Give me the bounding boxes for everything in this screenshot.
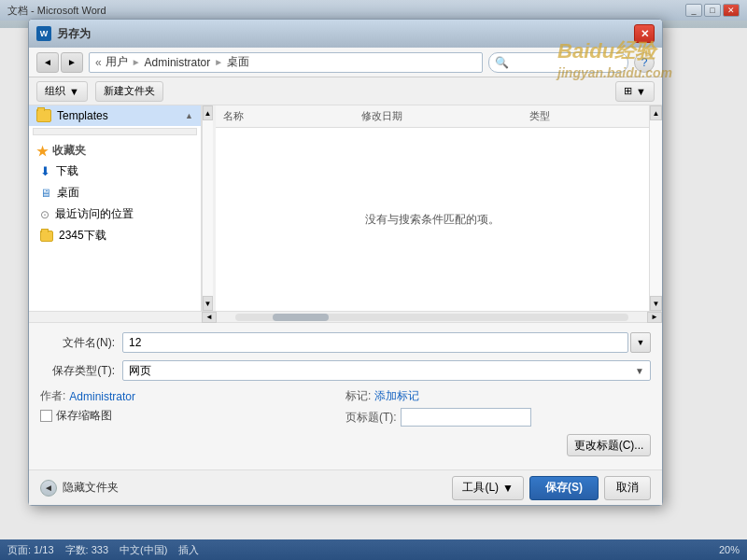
filename-dropdown-btn[interactable]: ▼ bbox=[630, 332, 651, 353]
page-title-item: 页标题(T): bbox=[345, 408, 651, 427]
thumbnail-checkbox[interactable] bbox=[40, 410, 52, 422]
path-part-2: Administrator bbox=[145, 56, 211, 69]
hide-panel-label: 隐藏文件夹 bbox=[63, 480, 119, 496]
view-arrow: ▼ bbox=[636, 86, 646, 97]
page-title-input[interactable] bbox=[401, 408, 531, 427]
filetype-select[interactable]: 网页 ▼ bbox=[122, 360, 651, 381]
meta-row: 作者: Administrator 保存缩略图 标记: 添加标记 页标题(T): bbox=[40, 388, 651, 456]
hide-panel-button[interactable]: ◄ 隐藏文件夹 bbox=[40, 480, 119, 497]
status-zoom: 20% bbox=[719, 544, 740, 555]
right-panel: 名称 修改日期 类型 没有与搜索条件匹配的项。 bbox=[216, 105, 649, 311]
horizontal-scrollbar[interactable]: ◄ ► bbox=[29, 311, 662, 322]
dialog-toolbar: 组织 ▼ 新建文件夹 ⊞ ▼ bbox=[29, 77, 662, 105]
address-path[interactable]: « 用户 ► Administrator ► 桌面 bbox=[89, 52, 483, 73]
fav-desktop-label: 桌面 bbox=[57, 185, 79, 201]
view-icon: ⊞ bbox=[624, 85, 632, 97]
star-icon: ★ bbox=[36, 144, 49, 159]
dialog-close-btn[interactable]: ✕ bbox=[634, 24, 655, 43]
help-button[interactable]: ? bbox=[634, 52, 655, 73]
search-box[interactable]: 🔍 bbox=[488, 52, 628, 73]
scroll-down-button[interactable]: ▼ bbox=[203, 296, 213, 311]
filetype-value: 网页 bbox=[129, 363, 151, 379]
dialog-title: 另存为 bbox=[57, 26, 91, 42]
word-maximize-btn[interactable]: □ bbox=[704, 4, 721, 17]
organize-label: 组织 bbox=[45, 84, 65, 98]
right-panel-container: 名称 修改日期 类型 没有与搜索条件匹配的项。 ▲ ▼ bbox=[216, 105, 662, 311]
filename-row: 文件名(N): ▼ bbox=[40, 332, 651, 353]
meta-right: 标记: 添加标记 页标题(T): 更改标题(C)... bbox=[345, 388, 651, 456]
toolbar-right: ⊞ ▼ bbox=[615, 81, 655, 102]
desktop-icon: 🖥 bbox=[40, 187, 51, 200]
nav-buttons: ◄ ► bbox=[36, 52, 83, 73]
fav-item-desktop[interactable]: 🖥 桌面 bbox=[36, 182, 193, 203]
word-icon: W bbox=[36, 26, 51, 41]
scroll-indicator[interactable] bbox=[33, 128, 197, 135]
fav-recent-label: 最近访问的位置 bbox=[55, 206, 134, 222]
favorites-label: 收藏夹 bbox=[52, 143, 86, 159]
save-as-dialog: W 另存为 ✕ ◄ ► « 用户 ► Administrator ► 桌面 🔍 … bbox=[28, 19, 663, 506]
h-scroll-right[interactable]: ► bbox=[647, 312, 662, 323]
thumbnail-row: 保存缩略图 bbox=[40, 408, 345, 424]
h-scroll-left[interactable]: ◄ bbox=[202, 312, 217, 323]
organize-button[interactable]: 组织 ▼ bbox=[36, 81, 88, 102]
tools-button[interactable]: 工具(L) ▼ bbox=[452, 476, 524, 500]
path-part-1: 用户 bbox=[106, 54, 128, 70]
left-scrollbar[interactable]: ▲ ▼ bbox=[202, 105, 213, 311]
forward-button[interactable]: ► bbox=[61, 52, 83, 73]
dialog-titlebar: W 另存为 ✕ bbox=[29, 20, 662, 48]
search-input[interactable] bbox=[513, 57, 597, 68]
change-title-button[interactable]: 更改标题(C)... bbox=[567, 434, 651, 456]
path-sep-2: ► bbox=[214, 57, 223, 67]
favorites-section: ★ 收藏夹 ⬇ 下载 🖥 桌面 ⊙ 最近访问的位置 bbox=[29, 137, 201, 250]
author-value[interactable]: Administrator bbox=[69, 390, 135, 403]
col-type-header: 类型 bbox=[529, 109, 641, 123]
right-scroll-down[interactable]: ▼ bbox=[650, 296, 662, 311]
view-button[interactable]: ⊞ ▼ bbox=[615, 81, 655, 102]
author-label: 作者: bbox=[40, 388, 65, 404]
page-title-label: 页标题(T): bbox=[345, 410, 397, 426]
h-scroll-track[interactable] bbox=[235, 314, 628, 321]
fav-item-recent[interactable]: ⊙ 最近访问的位置 bbox=[36, 203, 193, 225]
folder-icon-templates bbox=[36, 109, 51, 122]
filename-input[interactable] bbox=[122, 332, 628, 353]
folder-label-templates: Templates bbox=[57, 109, 108, 122]
cancel-button[interactable]: 取消 bbox=[604, 476, 651, 500]
filename-label: 文件名(N): bbox=[40, 335, 115, 351]
thumbnail-label: 保存缩略图 bbox=[56, 408, 112, 424]
bottom-right-buttons: 工具(L) ▼ 保存(S) 取消 bbox=[452, 476, 651, 500]
new-folder-label: 新建文件夹 bbox=[104, 84, 155, 98]
word-close-btn[interactable]: ✕ bbox=[723, 4, 740, 17]
fav-item-2345[interactable]: 2345下载 bbox=[36, 225, 193, 246]
right-scroll-track[interactable] bbox=[650, 120, 662, 296]
address-bar: ◄ ► « 用户 ► Administrator ► 桌面 🔍 ? bbox=[29, 48, 662, 77]
scroll-track-left[interactable] bbox=[203, 120, 213, 296]
tags-value[interactable]: 添加标记 bbox=[374, 388, 419, 404]
fav-download-label: 下载 bbox=[56, 163, 78, 179]
tags-label: 标记: bbox=[345, 388, 371, 404]
scroll-arrow-up: ▲ bbox=[185, 111, 193, 120]
tools-label: 工具(L) bbox=[462, 480, 499, 496]
folder-item-templates[interactable]: Templates ▲ bbox=[29, 105, 201, 126]
right-scroll-up[interactable]: ▲ bbox=[650, 105, 662, 120]
dialog-titlebar-buttons: ✕ bbox=[634, 24, 655, 43]
tags-item: 标记: 添加标记 bbox=[345, 388, 651, 404]
fav-item-download[interactable]: ⬇ 下载 bbox=[36, 161, 193, 182]
new-folder-button[interactable]: 新建文件夹 bbox=[95, 81, 163, 102]
filetype-arrow: ▼ bbox=[635, 366, 644, 376]
meta-left: 作者: Administrator 保存缩略图 bbox=[40, 388, 345, 424]
save-button[interactable]: 保存(S) bbox=[529, 476, 599, 500]
form-area: 文件名(N): ▼ 保存类型(T): 网页 ▼ 作者: Administrato… bbox=[29, 322, 662, 469]
word-statusbar: 页面: 1/13 字数: 333 中文(中国) 插入 20% bbox=[0, 539, 747, 560]
no-results-message: 没有与搜索条件匹配的项。 bbox=[216, 128, 649, 311]
status-words: 字数: 333 bbox=[65, 543, 108, 557]
scroll-up-button[interactable]: ▲ bbox=[203, 105, 213, 120]
path-sep-1: ► bbox=[132, 57, 141, 67]
word-titlebar: 文档 - Microsoft Word _ □ ✕ bbox=[0, 0, 747, 21]
hide-arrow-icon: ◄ bbox=[40, 480, 57, 497]
back-button[interactable]: ◄ bbox=[36, 52, 59, 73]
bottom-bar: ◄ 隐藏文件夹 工具(L) ▼ 保存(S) 取消 bbox=[29, 469, 662, 505]
word-minimize-btn[interactable]: _ bbox=[685, 4, 702, 17]
h-scroll-thumb[interactable] bbox=[273, 314, 329, 321]
right-scrollbar[interactable]: ▲ ▼ bbox=[649, 105, 662, 311]
status-mode: 插入 bbox=[178, 543, 199, 557]
